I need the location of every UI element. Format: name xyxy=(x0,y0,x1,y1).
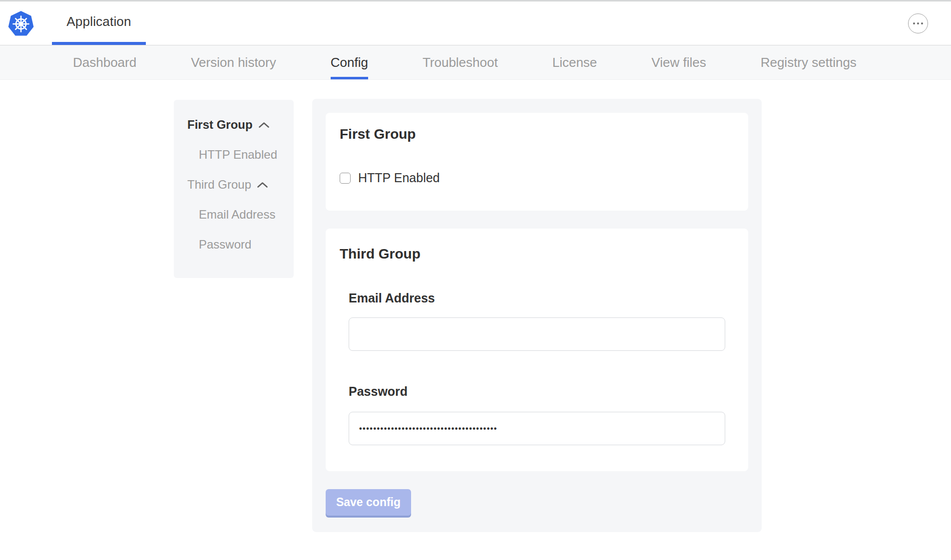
config-nav-third-group[interactable]: Third Group xyxy=(187,178,294,192)
email-address-label: Email Address xyxy=(349,290,734,305)
tab-config[interactable]: Config xyxy=(331,45,368,79)
config-nav-sidebar: First Group HTTP Enabled Third Group Ema… xyxy=(174,100,294,278)
config-group-card-first: First Group HTTP Enabled xyxy=(326,113,748,211)
tab-application[interactable]: Application xyxy=(52,1,146,45)
email-address-field: Email Address xyxy=(349,290,734,351)
config-nav-http-enabled[interactable]: HTTP Enabled xyxy=(199,148,294,162)
http-enabled-checkbox[interactable] xyxy=(340,173,351,184)
tab-dashboard[interactable]: Dashboard xyxy=(73,45,136,79)
group-title: First Group xyxy=(340,126,734,143)
tab-registry-settings[interactable]: Registry settings xyxy=(761,45,857,79)
config-nav-password[interactable]: Password xyxy=(199,238,294,252)
app-title: Application xyxy=(66,14,131,29)
http-enabled-field: HTTP Enabled xyxy=(340,171,734,185)
group-title: Third Group xyxy=(340,246,734,263)
config-nav-email-address[interactable]: Email Address xyxy=(199,208,294,222)
email-address-input[interactable] xyxy=(349,317,725,351)
config-nav-first-group[interactable]: First Group xyxy=(187,118,294,132)
app-header: Application xyxy=(0,0,951,45)
app-subnav: Dashboard Version history Config Trouble… xyxy=(0,45,951,80)
http-enabled-label[interactable]: HTTP Enabled xyxy=(358,171,440,185)
overflow-menu-button[interactable] xyxy=(908,13,928,33)
password-label: Password xyxy=(349,384,734,399)
tab-view-files[interactable]: View files xyxy=(651,45,706,79)
password-input[interactable] xyxy=(349,412,725,445)
config-main-panel: First Group HTTP Enabled Third Group Ema… xyxy=(312,99,762,532)
config-group-card-third: Third Group Email Address Password xyxy=(326,229,748,471)
tab-troubleshoot[interactable]: Troubleshoot xyxy=(423,45,498,79)
password-field: Password xyxy=(349,384,734,445)
chevron-up-icon[interactable] xyxy=(258,122,270,128)
tab-version-history[interactable]: Version history xyxy=(191,45,276,79)
save-config-button[interactable]: Save config xyxy=(326,489,411,516)
chevron-up-icon[interactable] xyxy=(257,182,268,188)
ellipsis-icon xyxy=(913,22,916,25)
kubernetes-logo-icon xyxy=(8,11,34,37)
tab-license[interactable]: License xyxy=(552,45,597,79)
